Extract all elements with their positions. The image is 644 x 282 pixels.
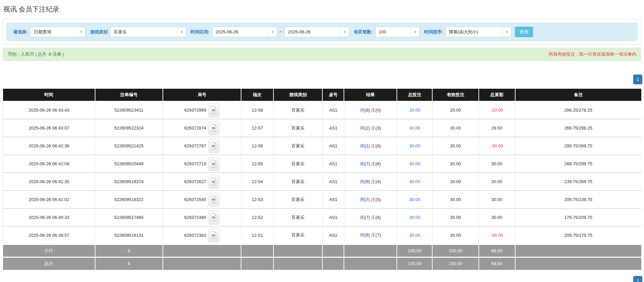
cell-game-type: 百家乐 — [273, 226, 322, 244]
cell-round-id: 629372874 — [163, 119, 241, 137]
chevron-down-icon: ▾ — [340, 27, 349, 37]
video-record-button[interactable] — [208, 193, 219, 207]
summary-bar: 币别：人民币 | 总共 :8 注单 | 同局有效投注，统一计算在该局第一张注单内 — [3, 48, 641, 61]
header-session: 场次 — [241, 89, 273, 101]
video-record-icon — [211, 231, 217, 239]
table-row: 2025-06-26 06:41:35 522609519374 6293726… — [3, 173, 642, 191]
cell-bet-id: 522609521425 — [95, 137, 163, 155]
cell-round-id: 629372797 — [163, 137, 241, 155]
chevron-down-icon: ▾ — [411, 27, 419, 37]
cell-game-type: 百家乐 — [273, 119, 322, 137]
cell-session: 12-53 — [241, 191, 273, 208]
query-type-label: 请选择: — [13, 29, 28, 35]
filter-bar: 请选择: 日期查询 ▾ 游戏类别 百家乐 ▾ 时间区间: 2025-06-26 … — [6, 23, 638, 41]
header-bet-id: 注单编号 — [95, 89, 163, 101]
total-row: 总计 8 230.00 230.00 68.50 — [3, 257, 642, 270]
cell-round-id: 629372969 — [163, 101, 241, 119]
pagination-page-button[interactable]: 1 — [633, 75, 642, 84]
cell-total-bet: 30.00 — [397, 137, 432, 155]
cell-remark: 299.75/269.75 — [515, 137, 641, 155]
page-size-select[interactable]: 100 ▾ — [375, 27, 420, 37]
cell-round-id: 629372540 — [163, 191, 241, 208]
header-time: 时间 — [3, 89, 95, 101]
video-record-icon — [211, 213, 217, 222]
total-bet-link[interactable]: 30.00 — [409, 233, 420, 238]
cell-result: 闲(9) 庄(4) — [344, 173, 397, 191]
cell-result: 闲(7) 庄(6) — [344, 208, 397, 226]
page-size-label: 每页笔数: — [354, 29, 373, 35]
cell-time: 2025-06-26 06:42:36 — [3, 137, 95, 155]
header-round-id: 局号 — [163, 89, 241, 101]
table-body: 2025-06-26 06:43:43 522609523411 6293729… — [3, 101, 642, 244]
result-banker-count: (4) — [376, 179, 381, 184]
cell-remark: 179.75/209.75 — [515, 208, 641, 226]
cell-round-id: 629372460 — [163, 208, 241, 226]
video-record-button[interactable] — [208, 121, 219, 135]
cell-session: 12-52 — [241, 208, 273, 226]
table-row: 2025-06-26 06:42:08 522609520449 6293727… — [3, 155, 642, 173]
result-banker-label: 庄 — [371, 161, 376, 166]
video-record-button[interactable] — [208, 139, 219, 153]
time-sort-select[interactable]: 降冪(由大到小) ▾ — [445, 27, 511, 37]
video-record-icon — [211, 106, 217, 114]
cell-remark: 298.25/278.25 — [515, 101, 641, 119]
game-type-select[interactable]: 百家乐 ▾ — [110, 27, 186, 37]
cell-total-bet: 30.00 — [397, 173, 432, 191]
cell-remark: 239.75/269.75 — [515, 173, 641, 191]
result-player-label: 闲 — [360, 197, 364, 202]
round-id-value: 629372969 — [184, 108, 206, 113]
cell-time: 2025-06-26 06:39:57 — [3, 226, 95, 244]
cell-bet-id: 522609516131 — [95, 226, 163, 244]
video-record-button[interactable] — [208, 210, 219, 225]
search-button[interactable]: 查询 — [515, 27, 533, 37]
date-to-select[interactable]: 2025-06-26 ▾ — [284, 27, 349, 37]
total-bet-link[interactable]: 30.00 — [409, 179, 420, 184]
cell-payout: -20.00 — [479, 101, 515, 119]
cell-valid-bet: 20.00 — [432, 101, 478, 119]
total-bet-link[interactable]: 30.00 — [409, 143, 420, 148]
result-banker-label: 庄 — [371, 215, 376, 220]
cell-remark: 269.75/298.25 — [515, 119, 641, 137]
date-from-select[interactable]: 2025-06-26 ▾ — [212, 27, 277, 37]
cell-bet-id: 522609523411 — [95, 101, 163, 119]
cell-bet-id: 522609518322 — [95, 191, 163, 208]
header-total-bet: 总投注 — [397, 89, 432, 101]
total-bet-link[interactable]: 30.00 — [409, 161, 420, 166]
result-player-label: 闲 — [360, 179, 364, 184]
result-player-label: 闲 — [360, 143, 364, 148]
subtotal-valid-bet: 230.00 — [432, 244, 478, 257]
table-row: 2025-06-26 06:43:43 522609523411 6293729… — [3, 101, 642, 119]
result-player-count: (7) — [364, 161, 370, 166]
total-bet-link[interactable]: 30.00 — [409, 215, 420, 220]
query-type-value: 日期查询 — [30, 27, 77, 37]
table-header: 时间 注单编号 局号 场次 游戏类别 桌号 结果 总投注 有效投注 总派彩 备注 — [3, 89, 642, 101]
date-range-label: 时间区间: — [191, 29, 209, 35]
result-player-label: 闲 — [360, 125, 364, 131]
video-record-icon — [211, 142, 217, 150]
query-type-select[interactable]: 日期查询 ▾ — [30, 27, 86, 37]
table-row: 2025-06-26 06:42:36 522609521425 6293727… — [3, 137, 642, 155]
cell-time: 2025-06-26 06:43:43 — [3, 101, 95, 119]
round-id-value: 629372627 — [184, 179, 206, 184]
round-id-value: 629372460 — [184, 215, 206, 220]
total-bet-link[interactable]: 30.00 — [409, 125, 420, 131]
cell-valid-bet: 30.00 — [432, 119, 478, 137]
result-player-count: (2) — [364, 125, 370, 131]
cell-game-type: 百家乐 — [273, 137, 322, 155]
header-valid-bet: 有效投注 — [432, 89, 478, 101]
time-sort-value: 降冪(由大到小) — [446, 27, 502, 37]
subtotal-label: 小计 — [3, 244, 95, 257]
pagination-page-button-bottom[interactable]: 1 — [633, 276, 642, 282]
video-record-button[interactable] — [208, 103, 219, 117]
video-record-button[interactable] — [208, 228, 219, 242]
total-label: 总计 — [3, 257, 95, 270]
page-title: 视讯 会员下注纪录 — [3, 5, 641, 13]
table-summary: 小计 8 230.00 230.00 68.50 总计 8 230.00 230… — [3, 244, 642, 270]
total-bet-link[interactable]: 20.00 — [409, 108, 420, 113]
video-record-button[interactable] — [208, 157, 219, 171]
cell-table-no: AS1 — [322, 137, 344, 155]
total-bet-link[interactable]: 30.00 — [409, 197, 420, 202]
filter-panel: 请选择: 日期查询 ▾ 游戏类别 百家乐 ▾ 时间区间: 2025-06-26 … — [3, 19, 641, 45]
cell-result: 闲(7) 庄(6) — [344, 155, 397, 173]
video-record-button[interactable] — [208, 175, 219, 189]
